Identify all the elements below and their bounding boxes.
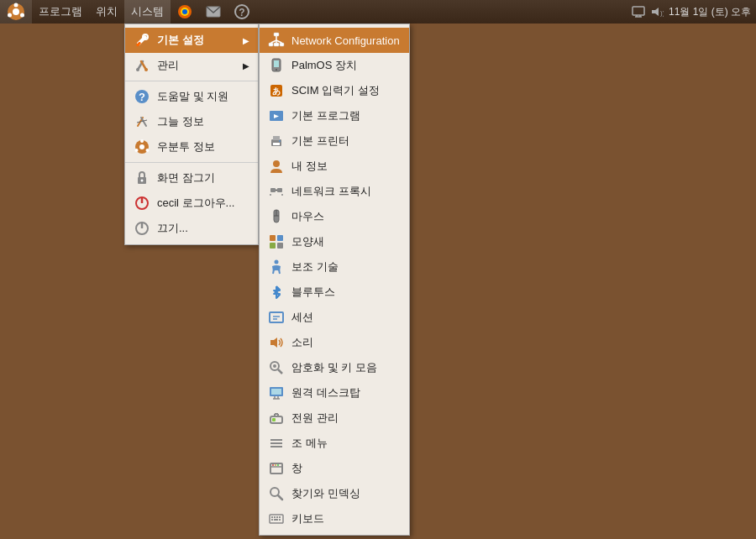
svg-rect-105	[279, 516, 281, 518]
submenu-item-printer[interactable]: 기본 프린터	[260, 128, 409, 154]
taskbar-mail-icon[interactable]	[199, 0, 228, 24]
submenu-item-session[interactable]: 세션	[260, 305, 409, 330]
submenu-label-profile: 내 정보	[291, 159, 328, 174]
svg-text:?: ?	[139, 91, 145, 103]
svg-rect-91	[270, 439, 282, 441]
submenu-item-network-config[interactable]: Network Configuration	[260, 28, 409, 53]
menu-label-shutdown: 끄기...	[157, 221, 188, 236]
taskbar-logo[interactable]	[0, 0, 32, 24]
submenu-item-palmos[interactable]: PalmOS 장치	[260, 53, 409, 78]
submenu-item-access[interactable]: 보조 기술	[260, 254, 409, 280]
svg-rect-106	[271, 519, 273, 521]
menu-item-kibon-seoljeong[interactable]: 기본 설정 ▶	[125, 28, 258, 53]
submenu-item-theme[interactable]: 모양새	[260, 229, 409, 254]
svg-rect-40	[274, 33, 279, 36]
shutdown-icon	[134, 220, 150, 237]
svg-rect-74	[270, 312, 283, 322]
menu-item-screen-lock[interactable]: 화면 잠그기	[125, 165, 258, 191]
menu-label-gwanri: 관리	[157, 58, 179, 73]
system-menu: 기본 설정 ▶ 관리 ▶ ? 도움말 및 지원	[124, 24, 259, 245]
person-icon	[268, 158, 285, 175]
bluetooth-icon	[268, 284, 285, 301]
monitor-icon	[632, 6, 645, 18]
wrench-icon	[134, 32, 150, 49]
network-icon	[268, 32, 285, 49]
menu-label-logout: cecil 로그아우...	[157, 196, 234, 211]
submenu-label-mouse: 마우스	[291, 209, 324, 224]
power-mgmt-icon	[268, 410, 285, 426]
svg-point-4	[8, 13, 12, 18]
taskbar-help-icon[interactable]: ?	[228, 0, 256, 24]
menu-item-logout[interactable]: cecil 로그아우...	[125, 191, 258, 216]
submenu-item-proxy[interactable]: 네트워크 프록시	[260, 179, 409, 204]
svg-point-50	[276, 69, 277, 71]
submenu-item-mouse[interactable]: 마우스	[260, 204, 409, 229]
submenu-item-keyboard[interactable]: 키보드	[260, 506, 409, 531]
menu-item-gineung[interactable]: 그늘 정보	[125, 109, 258, 134]
submenu-item-crypto[interactable]: 암호화 및 키 모음	[260, 355, 409, 380]
submenu-label-palmos: PalmOS 장치	[291, 58, 357, 73]
menu-label-gineung: 그늘 정보	[157, 114, 204, 129]
scim-icon: あ	[268, 82, 285, 99]
submenu-item-program[interactable]: 기본 프로그램	[260, 103, 409, 128]
submenu-label-scim: SCIM 입력기 설정	[291, 83, 380, 98]
printer-icon	[268, 133, 285, 149]
submenu-item-profile[interactable]: 내 정보	[260, 154, 409, 179]
submenu-item-bluetooth[interactable]: 블루투스	[260, 280, 409, 305]
remote-icon	[268, 385, 285, 401]
submenu-item-remote[interactable]: 원격 데스크탑	[260, 380, 409, 406]
submenu-item-power[interactable]: 전원 관리	[260, 406, 409, 431]
svg-rect-41	[269, 43, 273, 46]
svg-point-3	[20, 13, 24, 18]
svg-rect-43	[280, 43, 284, 46]
question-icon: ?	[134, 88, 150, 105]
submenu-item-window[interactable]: 창	[260, 456, 409, 481]
access-icon	[268, 259, 285, 275]
submenu-item-menu[interactable]: 조 메뉴	[260, 431, 409, 456]
menu-item-ubuntu[interactable]: 우분투 정보	[125, 134, 258, 160]
menu-item-gwanri[interactable]: 관리 ▶	[125, 53, 258, 78]
svg-rect-68	[277, 235, 283, 241]
submenu-item-find[interactable]: 찾기와 민덱싱	[260, 481, 409, 506]
menu-item-doeummal[interactable]: ? 도움말 및 지원	[125, 84, 258, 109]
menu-label-screen-lock: 화면 잠그기	[157, 170, 215, 186]
menu-label-doeummal: 도움말 및 지원	[157, 89, 228, 104]
svg-rect-103	[274, 516, 276, 518]
svg-text:?: ?	[239, 7, 244, 18]
svg-point-32	[146, 149, 150, 152]
svg-line-79	[278, 369, 282, 374]
submenu-label-session: 세션	[291, 310, 313, 325]
svg-rect-87	[272, 418, 276, 421]
taskbar-menu-places[interactable]: 위치	[89, 0, 124, 24]
menu-item-shutdown[interactable]: 끄기...	[125, 216, 258, 241]
svg-rect-108	[279, 519, 281, 521]
svg-point-58	[279, 140, 281, 142]
arrow-icon: ▶	[243, 36, 249, 45]
kibon-submenu: Network Configuration PalmOS 장치 あ SCIM 입…	[259, 24, 410, 536]
svg-point-96	[272, 464, 274, 466]
svg-line-73	[279, 270, 280, 274]
submenu-item-sound[interactable]: 소리	[260, 330, 409, 355]
submenu-label-printer: 기본 프린터	[291, 133, 349, 149]
submenu-label-network-config: Network Configuration	[291, 34, 400, 47]
svg-rect-56	[273, 136, 280, 140]
svg-point-1	[13, 8, 19, 15]
taskbar-firefox-icon[interactable]	[171, 0, 199, 24]
svg-rect-104	[276, 516, 278, 518]
taskbar: 프로그램 위치 시스템 ?	[0, 0, 756, 24]
submenu-label-theme: 모양새	[291, 234, 324, 249]
taskbar-menu-programs[interactable]: 프로그램	[32, 0, 89, 24]
svg-rect-61	[277, 188, 282, 192]
submenu-label-menu: 조 메뉴	[291, 436, 328, 451]
svg-rect-92	[270, 442, 282, 444]
svg-text:あ: あ	[272, 86, 281, 96]
find-icon	[268, 485, 285, 502]
submenu-item-scim[interactable]: あ SCIM 입력기 설정	[260, 78, 409, 103]
svg-text:)): ))	[660, 9, 664, 17]
taskbar-menu-system[interactable]: 시스템	[124, 0, 171, 24]
tools-icon	[134, 57, 150, 74]
submenu-label-crypto: 암호화 및 키 모음	[291, 360, 377, 375]
mouse-icon	[268, 208, 285, 225]
submenu-label-bluetooth: 블루투스	[291, 285, 335, 300]
crypto-icon	[268, 359, 285, 376]
